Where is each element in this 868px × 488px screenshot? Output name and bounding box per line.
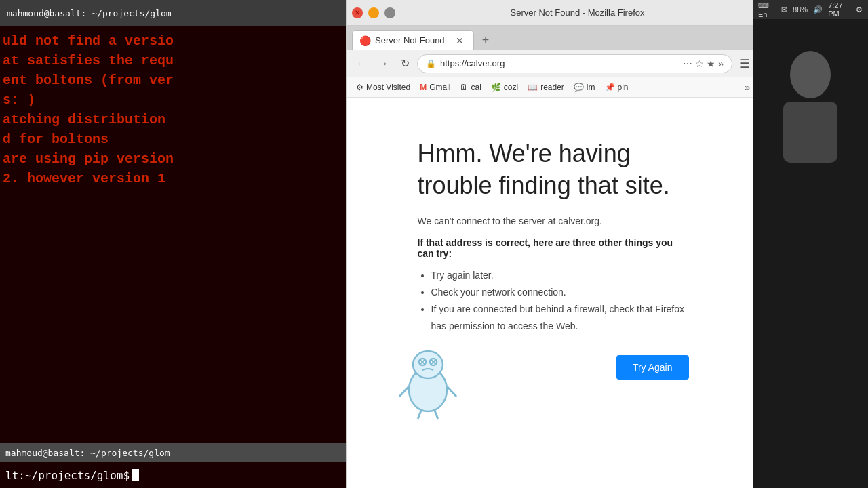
cal-icon: 🗓 [460, 83, 468, 92]
bookmark-gmail[interactable]: M Gmail [416, 81, 454, 94]
terminal-cmdline[interactable]: lt:~/projects/glom$ [0, 462, 346, 488]
error-list-item: Check your network connection. [431, 284, 689, 301]
browser-content: Hmm. We're having trouble finding that s… [347, 98, 760, 488]
terminal-line: uld not find a versio [3, 31, 343, 51]
volume-icon: 🔊 [813, 5, 823, 14]
terminal-titlebar: mahmoud@basalt: ~/projects/glom [0, 0, 346, 26]
reader-label: reader [540, 83, 564, 92]
terminal-line: d for boltons [3, 129, 343, 149]
bookmark-star-icon[interactable]: ☆ [695, 58, 704, 69]
pin-label: pin [618, 83, 629, 92]
sys-tray: ⌨ En ✉ 88% 🔊 7:27 PM ⚙ [753, 0, 868, 19]
terminal-prompt-text: mahmoud@basalt: ~/projects/glom [5, 448, 170, 458]
battery-status: 88% [793, 5, 808, 14]
terminal-line: are using pip version [3, 149, 343, 169]
svg-line-10 [418, 411, 421, 419]
bookmark-most-visited[interactable]: ⚙ Most Visited [352, 81, 414, 94]
try-again-button[interactable]: Try Again [616, 355, 689, 380]
error-details: If that address is correct, here are thr… [418, 237, 689, 259]
tab-label: Server Not Found [375, 35, 445, 45]
error-list-item: Try again later. [431, 267, 689, 284]
browser-tab-active[interactable]: 🔴 Server Not Found ✕ [352, 30, 474, 50]
webcam-figure [763, 41, 858, 176]
svg-line-8 [399, 386, 409, 396]
svg-line-9 [447, 386, 456, 396]
error-list: Try again later. Check your network conn… [418, 267, 689, 336]
keyboard-layout: ⌨ En [758, 1, 776, 18]
most-visited-label: Most Visited [366, 83, 410, 92]
url-lock-icon: 🔒 [426, 59, 436, 68]
menu-button[interactable]: ☰ [735, 54, 754, 73]
back-button[interactable]: ← [352, 54, 371, 73]
tab-error-icon: 🔴 [359, 35, 371, 46]
bookmark-collection-icon[interactable]: ★ [707, 58, 715, 69]
terminal-prompt-area: mahmoud@basalt: ~/projects/glom lt:~/pro… [0, 443, 346, 488]
right-panel [753, 0, 868, 488]
reload-button[interactable]: ↻ [395, 54, 414, 73]
browser-title: Server Not Found - Mozilla Firefox [401, 7, 754, 18]
bookmark-pin[interactable]: 📌 pin [601, 81, 633, 94]
cal-label: cal [471, 83, 481, 92]
reader-icon: 📖 [528, 83, 538, 92]
bookmark-im[interactable]: 💬 im [570, 81, 599, 94]
tab-close-button[interactable]: ✕ [453, 34, 467, 47]
window-maximize-button[interactable] [384, 7, 395, 18]
bookmarks-bar: ⚙ Most Visited M Gmail 🗓 cal 🌿 cozi 📖 re… [347, 77, 760, 98]
im-label: im [587, 83, 595, 92]
terminal-line: 2. however version 1 [3, 169, 343, 188]
settings-icon[interactable]: ⚙ [856, 5, 863, 14]
most-visited-icon: ⚙ [356, 83, 363, 92]
terminal-line: atching distribution [3, 110, 343, 129]
bookmark-cozi[interactable]: 🌿 cozi [487, 81, 522, 94]
url-actions: ⋯ ☆ ★ » [683, 58, 724, 69]
browser-titlebar: ✕ Server Not Found - Mozilla Firefox [347, 0, 760, 26]
terminal-output: uld not find a versio at satisfies the r… [0, 26, 346, 194]
nav-bar: ← → ↻ 🔒 https://calver.org ⋯ ☆ ★ » ☰ [347, 50, 760, 77]
clock: 7:27 PM [828, 1, 850, 18]
tab-bar: 🔴 Server Not Found ✕ + [347, 26, 760, 50]
terminal-title: mahmoud@basalt: ~/projects/glom [7, 8, 172, 18]
terminal-cmdline-prefix: lt:~/projects/glom$ [5, 469, 130, 482]
gmail-icon: M [420, 83, 427, 92]
error-list-item: If you are connected but behind a firewa… [431, 301, 689, 335]
svg-rect-13 [783, 102, 837, 163]
gmail-label: Gmail [429, 83, 450, 92]
svg-line-11 [435, 411, 438, 419]
url-text: https://calver.org [440, 58, 679, 68]
error-illustration [387, 339, 469, 420]
forward-button[interactable]: → [374, 54, 393, 73]
terminal-cursor [132, 469, 139, 481]
new-tab-button[interactable]: + [475, 30, 496, 50]
email-icon: ✉ [781, 5, 787, 14]
extensions-icon[interactable]: » [718, 58, 724, 69]
error-heading: Hmm. We're having trouble finding that s… [418, 138, 689, 202]
im-icon: 💬 [574, 83, 584, 92]
cozi-label: cozi [504, 83, 518, 92]
terminal-line: s: ) [3, 90, 343, 110]
svg-point-1 [413, 351, 443, 378]
browser-window: ✕ Server Not Found - Mozilla Firefox 🔴 S… [346, 0, 760, 488]
cozi-icon: 🌿 [491, 83, 501, 92]
terminal-prompt-bar: mahmoud@basalt: ~/projects/glom [0, 443, 346, 462]
window-close-button[interactable]: ✕ [352, 7, 363, 18]
reader-mode-icon[interactable]: ⋯ [683, 58, 692, 69]
pin-icon: 📌 [605, 83, 615, 92]
svg-point-12 [790, 51, 831, 98]
error-subtitle: We can't connect to the server at calver… [418, 216, 689, 226]
window-minimize-button[interactable] [368, 7, 379, 18]
url-bar[interactable]: 🔒 https://calver.org ⋯ ☆ ★ » [417, 54, 732, 73]
terminal-line: at satisfies the requ [3, 51, 343, 70]
terminal-pane: mahmoud@basalt: ~/projects/glom uld not … [0, 0, 346, 488]
terminal-line: ent boltons (from ver [3, 70, 343, 90]
bookmark-cal[interactable]: 🗓 cal [456, 81, 485, 94]
bookmark-reader[interactable]: 📖 reader [524, 81, 568, 94]
